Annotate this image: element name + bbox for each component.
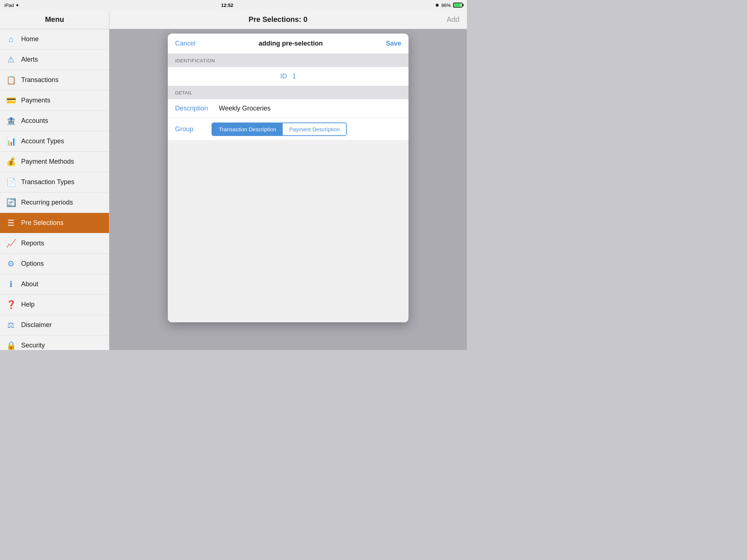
transaction-description-btn[interactable]: Transaction Description [212,123,283,135]
accounts-icon: 🏦 [6,116,16,126]
sidebar-label-disclaimer: Disclaimer [21,321,52,329]
sidebar-item-reports[interactable]: 📈Reports [0,233,109,254]
id-value: ID 1 [175,73,401,80]
payment-description-btn[interactable]: Payment Description [283,123,346,135]
modal-title: adding pre-selection [259,40,323,47]
sidebar-item-recurring-periods[interactable]: 🔄Recurring periods [0,192,109,213]
group-row: Group Transaction Description Payment De… [168,118,409,140]
battery-icon [453,3,462,8]
sidebar-item-transactions[interactable]: 📋Transactions [0,70,109,90]
transactions-icon: 📋 [6,75,16,85]
sidebar-item-home[interactable]: ⌂Home [0,29,109,50]
security-icon: 🔒 [6,341,16,350]
save-button[interactable]: Save [386,40,401,47]
description-label: Description [175,105,219,112]
sidebar-item-payment-methods[interactable]: 💰Payment Methods [0,152,109,172]
nav-menu-title: Menu [45,15,64,24]
sidebar-item-accounts[interactable]: 🏦Accounts [0,111,109,131]
modal-header: Cancel adding pre-selection Save [168,34,409,54]
sidebar-item-help[interactable]: ❓Help [0,295,109,315]
status-bar: iPad ✦ 12:52 ✱ 86% [0,0,467,10]
payments-icon: 💳 [6,96,16,106]
id-row: ID 1 [168,67,409,86]
modal-overlay: Cancel adding pre-selection Save IDENTIF… [109,29,467,350]
sidebar-label-help: Help [21,301,35,308]
status-right: ✱ 86% [435,3,462,8]
sidebar-item-about[interactable]: ℹAbout [0,274,109,295]
sidebar-label-accounts: Accounts [21,117,48,125]
add-button[interactable]: Add [446,15,460,24]
home-icon: ⌂ [6,34,16,44]
main-content: Cancel adding pre-selection Save IDENTIF… [109,29,467,350]
sidebar-item-transaction-types[interactable]: 📄Transaction Types [0,172,109,192]
nav-main-section: Pre Selections: 0 [109,15,446,24]
identification-label: IDENTIFICATION [175,58,215,63]
group-label: Group [175,125,204,133]
pre-selections-icon: ☰ [6,218,16,228]
segmented-control: Transaction Description Payment Descript… [212,122,347,136]
sidebar-item-disclaimer[interactable]: ⚖Disclaimer [0,315,109,335]
nav-main-title: Pre Selections: 0 [249,15,307,24]
sidebar-label-payments: Payments [21,97,50,104]
status-left: iPad ✦ [4,3,19,8]
cancel-button[interactable]: Cancel [175,40,196,47]
nav-bar: Menu Pre Selections: 0 Add [0,10,467,29]
ipad-label: iPad ✦ [4,3,19,8]
detail-label: DETAIL [175,90,193,96]
sidebar-label-security: Security [21,342,45,349]
sidebar-item-security[interactable]: 🔒Security [0,335,109,350]
sidebar: ⌂Home⚠Alerts📋Transactions💳Payments🏦Accou… [0,29,109,350]
sidebar-label-payment-methods: Payment Methods [21,158,74,166]
modal-body [168,140,409,322]
modal: Cancel adding pre-selection Save IDENTIF… [168,34,409,322]
detail-section-header: DETAIL [168,86,409,99]
nav-menu-section: Menu [0,10,109,29]
description-row[interactable]: Description Weekly Groceries [168,99,409,118]
sidebar-item-payments[interactable]: 💳Payments [0,90,109,111]
sidebar-item-alerts[interactable]: ⚠Alerts [0,50,109,70]
transaction-types-icon: 📄 [6,177,16,187]
sidebar-label-pre-selections: Pre Selections [21,219,63,227]
account-types-icon: 📊 [6,136,16,147]
sidebar-item-options[interactable]: ⚙Options [0,254,109,274]
battery-percent: 86% [441,3,451,8]
sidebar-label-reports: Reports [21,240,44,247]
alerts-icon: ⚠ [6,55,16,65]
help-icon: ❓ [6,300,16,310]
sidebar-label-home: Home [21,35,39,43]
disclaimer-icon: ⚖ [6,320,16,330]
description-value: Weekly Groceries [219,105,401,112]
sidebar-label-transaction-types: Transaction Types [21,178,74,186]
sidebar-label-options: Options [21,260,44,268]
app-container: Menu Pre Selections: 0 Add ⌂Home⚠Alerts📋… [0,10,467,350]
sidebar-item-pre-selections[interactable]: ☰Pre Selections [0,213,109,233]
options-icon: ⚙ [6,259,16,269]
sidebar-label-account-types: Account Types [21,137,64,145]
sidebar-label-transactions: Transactions [21,76,58,84]
recurring-periods-icon: 🔄 [6,198,16,208]
identification-section-header: IDENTIFICATION [168,54,409,67]
about-icon: ℹ [6,279,16,289]
sidebar-label-recurring-periods: Recurring periods [21,199,73,206]
bluetooth-icon: ✱ [435,3,439,8]
status-time: 12:52 [221,3,233,8]
payment-methods-icon: 💰 [6,157,16,167]
sidebar-label-about: About [21,280,38,288]
sidebar-item-account-types[interactable]: 📊Account Types [0,131,109,152]
sidebar-label-alerts: Alerts [21,56,38,63]
reports-icon: 📈 [6,238,16,249]
content-area: ⌂Home⚠Alerts📋Transactions💳Payments🏦Accou… [0,29,467,350]
